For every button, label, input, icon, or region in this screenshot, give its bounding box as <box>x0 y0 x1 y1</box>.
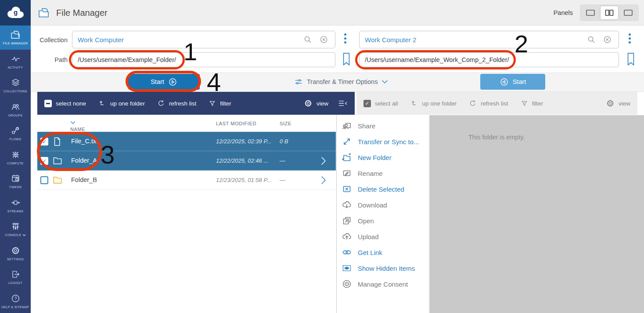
open-folder-chevron-icon[interactable] <box>320 156 326 166</box>
menu-item-manage-consent[interactable]: Manage Consent <box>337 276 425 292</box>
right-bookmark-icon[interactable] <box>626 52 636 66</box>
up-one-folder-icon <box>410 99 418 107</box>
chevron-down-icon <box>381 80 388 84</box>
svg-text:g: g <box>14 8 18 16</box>
sidebar-item-streams[interactable]: STREAMS <box>0 193 31 218</box>
folder-icon <box>53 156 62 165</box>
sidebar-item-timers[interactable]: TIMERS <box>0 169 31 193</box>
up-one-folder-button[interactable]: up one folder <box>98 99 145 107</box>
globus-logo[interactable]: g <box>0 0 31 25</box>
right-collection-menu-icon[interactable] <box>629 33 631 44</box>
cloud-download-icon <box>342 200 352 210</box>
menu-item-delete-selected[interactable]: Delete Selected <box>337 181 425 197</box>
row-checkbox-unchecked[interactable] <box>40 176 48 184</box>
collapse-panel-icon <box>338 99 348 107</box>
row-checkbox-checked[interactable]: ✓ <box>40 138 48 146</box>
users-icon <box>10 102 21 112</box>
share-icon <box>342 120 352 131</box>
table-row-folder-b[interactable]: Folder_B 12/23/2025, 01:58 P... — <box>37 171 336 190</box>
panel-layout-toggle <box>580 4 639 21</box>
refresh-list-button[interactable]: refresh list <box>469 99 508 107</box>
menu-item-download[interactable]: Download <box>337 197 425 213</box>
sidebar-item-logout[interactable]: LOGOUT <box>0 265 31 289</box>
left-bookmark-icon[interactable] <box>342 52 351 66</box>
column-last-modified[interactable]: LAST MODIFIED <box>216 121 256 126</box>
menu-item-open[interactable]: Open <box>337 213 425 229</box>
filter-button[interactable]: filter <box>521 100 543 107</box>
eye-icon <box>342 263 352 273</box>
transfer-timer-options[interactable]: Transfer & Timer Options <box>294 74 388 90</box>
clear-collection-icon[interactable] <box>603 35 612 44</box>
single-panel-icon <box>585 8 596 18</box>
open-folder-chevron-icon[interactable] <box>320 175 326 185</box>
calendar-clock-icon <box>10 174 21 183</box>
chevron-down-icon <box>22 234 26 237</box>
svg-text:?: ? <box>14 296 17 301</box>
menu-item-get-link[interactable]: Get Link <box>337 244 425 260</box>
menu-item-show-hidden[interactable]: Show Hidden Items <box>337 260 425 276</box>
sidebar-item-collections[interactable]: COLLECTIONS <box>0 73 31 98</box>
table-row-folder-a[interactable]: ✓ Folder_A 12/22/2025, 02:46 ... — <box>37 151 336 171</box>
console-sliders-icon <box>10 222 21 231</box>
menu-item-share[interactable]: Share <box>337 118 425 134</box>
new-folder-icon <box>342 152 352 163</box>
dual-panel-icon <box>604 8 615 18</box>
dual-panel-button[interactable] <box>601 6 618 19</box>
layers-icon <box>10 78 21 87</box>
sidebar-item-compute[interactable]: COMPUTE <box>0 146 31 170</box>
menu-item-rename[interactable]: Rename <box>337 165 425 181</box>
refresh-icon <box>469 99 477 107</box>
select-none-button[interactable]: select none <box>44 100 86 107</box>
left-collection-input[interactable] <box>72 31 335 48</box>
page-title: File Manager <box>56 8 108 18</box>
collapse-menu-button[interactable] <box>338 99 348 107</box>
start-transfer-right-button[interactable]: Start <box>480 74 545 90</box>
file-icon <box>53 137 61 146</box>
sidebar-item-activity[interactable]: ACTIVITY <box>0 50 31 74</box>
menu-item-new-folder[interactable]: New Folder <box>337 149 425 165</box>
indeterminate-checkbox-icon[interactable] <box>44 100 52 107</box>
chip-icon <box>10 150 21 160</box>
checked-checkbox-icon[interactable]: ✓ <box>363 100 371 107</box>
sidebar-item-console[interactable]: CONSOLE <box>0 217 31 241</box>
sidebar-item-help[interactable]: ? HELP & SITEMAP <box>0 289 31 313</box>
rename-pencil-icon <box>342 168 352 178</box>
table-row-file-c[interactable]: ✓ File_C.txt 12/22/2025, 02:39 P... 0 B <box>37 132 336 151</box>
filter-button[interactable]: filter <box>209 100 231 107</box>
single-panel-button[interactable] <box>582 6 599 19</box>
right-list-toolbar: ✓ select all up one folder refresh list … <box>356 92 637 115</box>
open-external-icon <box>342 215 352 226</box>
column-size[interactable]: SIZE <box>280 121 291 126</box>
sidebar-item-flows[interactable]: FLOWS <box>0 121 31 146</box>
select-all-button[interactable]: ✓ select all <box>363 100 398 107</box>
search-icon[interactable] <box>303 35 313 44</box>
folder-icon <box>53 175 62 184</box>
start-transfer-left-button[interactable]: Start <box>128 74 200 90</box>
right-collection-input[interactable] <box>359 31 619 48</box>
menu-item-upload[interactable]: Upload <box>337 229 425 244</box>
menu-item-transfer-or-sync[interactable]: Transfer or Sync to... <box>337 134 425 149</box>
help-icon: ? <box>10 294 21 303</box>
refresh-list-button[interactable]: refresh list <box>157 99 196 107</box>
sidebar-item-file-manager[interactable]: FILE MANAGER <box>0 25 31 50</box>
sidebar-item-groups[interactable]: GROUPS <box>0 98 31 122</box>
right-path-input[interactable] <box>359 52 619 67</box>
path-label: Path <box>37 56 68 63</box>
file-manager-icon <box>38 7 50 18</box>
clear-collection-icon[interactable] <box>319 35 328 44</box>
sidebar-item-settings[interactable]: SETTINGS <box>0 241 31 266</box>
left-collection-menu-icon[interactable] <box>344 33 347 44</box>
view-button[interactable]: view <box>606 99 630 108</box>
link-icon <box>342 247 352 258</box>
wide-panel-button[interactable] <box>619 6 637 19</box>
view-button[interactable]: view <box>304 99 328 108</box>
refresh-icon <box>157 99 165 107</box>
row-checkbox-checked[interactable]: ✓ <box>40 157 48 165</box>
left-path-input[interactable] <box>72 52 335 67</box>
right-collection-field <box>359 31 619 48</box>
search-icon[interactable] <box>586 35 596 44</box>
empty-folder-message: This folder is empty. <box>468 134 525 141</box>
panels-label: Panels <box>554 9 573 16</box>
column-name[interactable]: NAME <box>70 121 76 124</box>
up-one-folder-button[interactable]: up one folder <box>410 99 457 107</box>
